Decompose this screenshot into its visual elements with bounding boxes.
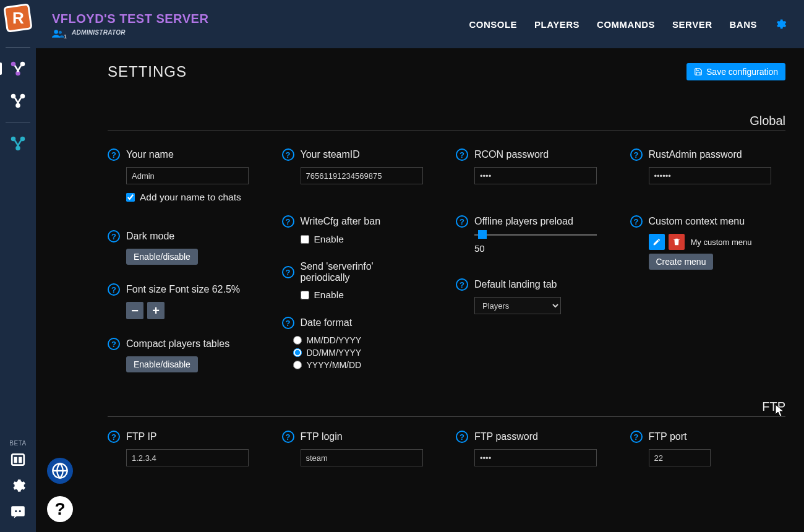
slider-thumb[interactable]	[478, 230, 487, 239]
help-icon[interactable]: ?	[108, 431, 120, 443]
rail-discord-icon[interactable]	[7, 501, 28, 522]
ftp-ip-input[interactable]	[126, 449, 249, 466]
context-menu-delete-button[interactable]	[669, 234, 685, 250]
create-menu-button[interactable]: Create menu	[649, 254, 714, 270]
help-icon[interactable]: ?	[456, 431, 468, 443]
help-icon[interactable]: ?	[630, 215, 643, 228]
help-button[interactable]: ?	[47, 496, 73, 522]
help-icon[interactable]: ?	[108, 283, 120, 296]
context-menu-item-label: My custom menu	[691, 238, 752, 247]
steamid-input[interactable]	[301, 167, 423, 184]
serverinfo-checkbox[interactable]	[301, 291, 309, 299]
compact-tables-toggle[interactable]: Enable/disable	[126, 356, 198, 372]
help-icon[interactable]: ?	[108, 148, 120, 161]
offline-preload-value: 50	[474, 243, 612, 254]
ftp-port-label: FTP port	[649, 431, 687, 442]
svg-point-12	[54, 30, 58, 34]
serverinfo-label: Send 'serverinfo' periodically	[301, 261, 406, 283]
left-rail: R BETA	[0, 0, 36, 532]
dateformat-dmY[interactable]	[293, 348, 302, 357]
help-icon[interactable]: ?	[630, 148, 643, 161]
landing-tab-label: Default landing tab	[474, 279, 557, 290]
context-menu-edit-button[interactable]	[649, 234, 665, 250]
role-label: ADMINISTRATOR	[72, 29, 126, 36]
rail-layout-icon[interactable]	[7, 449, 28, 470]
serverinfo-enable-label: Enable	[314, 290, 344, 301]
rail-settings-icon[interactable]	[7, 475, 28, 496]
help-icon[interactable]: ?	[108, 338, 120, 350]
nav-players[interactable]: PLAYERS	[534, 19, 579, 30]
context-menu-label: Custom context menu	[649, 216, 745, 227]
content: ? SETTINGS Save configuration Global ? Y…	[36, 48, 804, 532]
role-count: 1	[64, 33, 67, 40]
rail-server-icon-2[interactable]	[6, 88, 30, 113]
rustadmin-label: RustAdmin password	[649, 149, 742, 160]
add-name-checkbox[interactable]	[126, 193, 135, 202]
rustadmin-input[interactable]	[649, 167, 771, 184]
server-name[interactable]: VFLOYD'S TEST SERVER	[52, 12, 208, 26]
save-label: Save configuration	[706, 67, 778, 77]
help-icon[interactable]: ?	[108, 230, 120, 242]
offline-preload-slider[interactable]	[474, 234, 597, 236]
landing-tab-select[interactable]: Players	[474, 297, 561, 314]
font-increase-button[interactable]: +	[147, 302, 165, 319]
help-icon[interactable]: ?	[282, 215, 294, 228]
nav-console[interactable]: CONSOLE	[469, 19, 517, 30]
rail-server-icon-3[interactable]	[6, 131, 30, 156]
help-icon[interactable]: ?	[282, 431, 294, 443]
top-nav: CONSOLE PLAYERS COMMANDS SERVER BANS	[469, 18, 787, 30]
ftp-port-input[interactable]	[649, 449, 711, 466]
dark-mode-label: Dark mode	[126, 231, 174, 242]
dateformat-mdY[interactable]	[293, 336, 302, 345]
help-icon[interactable]: ?	[282, 148, 294, 161]
df-opt-1: DD/MM/YYYY	[307, 348, 362, 358]
your-name-input[interactable]	[126, 167, 249, 184]
nav-settings-icon[interactable]	[774, 18, 787, 30]
ftp-login-label: FTP login	[301, 431, 343, 442]
writecfg-label: WriteCfg after ban	[301, 216, 381, 227]
df-opt-0: MM/DD/YYYY	[307, 335, 362, 345]
help-icon[interactable]: ?	[282, 317, 294, 329]
df-opt-2: YYYY/MM/DD	[307, 360, 362, 370]
help-icon[interactable]: ?	[456, 148, 468, 161]
add-name-label: Add your name to chats	[140, 192, 241, 203]
steamid-label: Your steamID	[301, 149, 360, 160]
rail-server-icon-1[interactable]	[6, 56, 30, 81]
writecfg-checkbox[interactable]	[301, 235, 309, 244]
ftp-login-input[interactable]	[301, 449, 423, 466]
svg-rect-11	[19, 457, 22, 463]
compact-tables-label: Compact players tables	[126, 338, 229, 350]
font-size-label: Font size Font size 62.5%	[126, 284, 240, 295]
rcon-label: RCON password	[474, 149, 549, 160]
help-icon[interactable]: ?	[630, 431, 643, 443]
topbar: VFLOYD'S TEST SERVER 1 ADMINISTRATOR CON…	[36, 0, 804, 48]
save-configuration-button[interactable]: Save configuration	[686, 63, 785, 80]
help-icon[interactable]: ?	[456, 278, 468, 291]
ftp-password-label: FTP password	[474, 431, 538, 442]
section-global: Global	[750, 114, 785, 127]
rail-logo[interactable]: R	[3, 3, 32, 32]
nav-bans[interactable]: BANS	[729, 19, 757, 30]
users-icon: 1	[52, 28, 63, 37]
your-name-label: Your name	[126, 149, 174, 160]
dark-mode-toggle[interactable]: Enable/disable	[126, 249, 198, 265]
ftp-password-input[interactable]	[474, 449, 597, 466]
rcon-input[interactable]	[474, 167, 597, 184]
svg-rect-10	[14, 457, 17, 463]
writecfg-enable-label: Enable	[314, 234, 344, 245]
nav-server[interactable]: SERVER	[672, 19, 712, 30]
dateformat-Ymd[interactable]	[293, 361, 302, 369]
svg-rect-9	[12, 454, 24, 465]
date-format-label: Date format	[301, 317, 353, 328]
nav-commands[interactable]: COMMANDS	[597, 19, 655, 30]
help-icon[interactable]: ?	[282, 266, 294, 278]
section-ftp: FTP	[762, 400, 785, 413]
font-decrease-button[interactable]: −	[126, 302, 143, 319]
svg-point-13	[59, 30, 62, 33]
beta-tag: BETA	[9, 440, 26, 447]
offline-preload-label: Offline players preload	[474, 216, 573, 227]
language-button[interactable]	[47, 458, 73, 484]
page-title: SETTINGS	[108, 63, 187, 80]
ftp-ip-label: FTP IP	[126, 431, 157, 442]
help-icon[interactable]: ?	[456, 215, 468, 228]
